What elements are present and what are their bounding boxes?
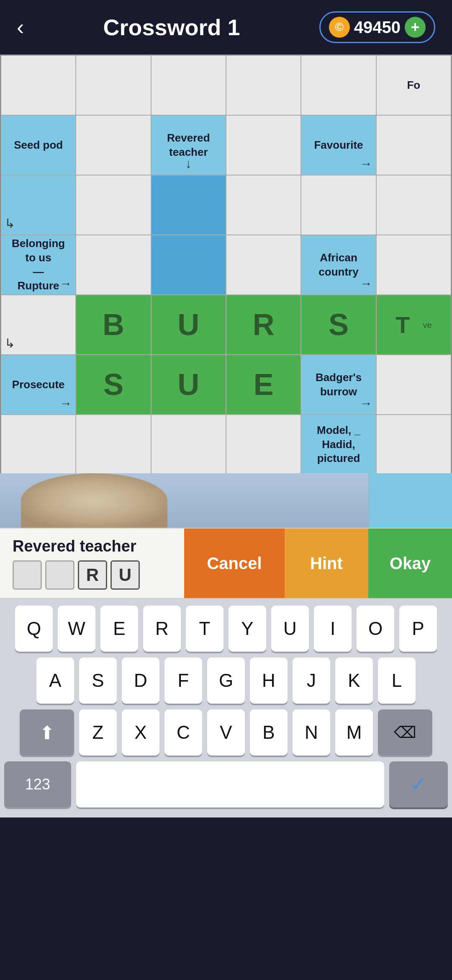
key-Q[interactable]: Q xyxy=(15,606,53,652)
space-key[interactable] xyxy=(76,761,384,807)
cell-5-4-badger[interactable]: Badger'sburrow xyxy=(301,355,376,415)
key-B[interactable]: B xyxy=(250,709,288,756)
cell-4-3-R[interactable]: R xyxy=(226,295,301,355)
model-clue: Model, _Hadid,pictured xyxy=(317,423,360,466)
cell-1-0[interactable]: Seed pod xyxy=(1,115,76,175)
answer-box-1[interactable] xyxy=(13,560,42,590)
cell-4-1-B[interactable]: B xyxy=(76,295,151,355)
clue-text-area: Revered teacher R U xyxy=(0,529,184,598)
key-O[interactable]: O xyxy=(357,606,394,652)
cell-1-2-revered[interactable]: Reveredteacher xyxy=(151,115,226,175)
cell-1-4-favourite[interactable]: Favourite xyxy=(301,115,376,175)
cell-5-2-U[interactable]: U xyxy=(151,355,226,415)
key-U[interactable]: U xyxy=(271,606,309,652)
key-D[interactable]: D xyxy=(122,658,159,704)
hint-button[interactable]: Hint xyxy=(285,529,368,598)
okay-button[interactable]: Okay xyxy=(368,529,452,598)
cell-2-4[interactable] xyxy=(301,175,376,235)
page-title: Crossword 1 xyxy=(103,14,240,40)
key-I[interactable]: I xyxy=(314,606,352,652)
cell-2-1[interactable] xyxy=(76,175,151,235)
backspace-key[interactable]: ⌫ xyxy=(378,709,432,756)
cell-4-2-U[interactable]: U xyxy=(151,295,226,355)
favourite-clue: Favourite xyxy=(314,138,363,152)
key-C[interactable]: C xyxy=(164,709,202,756)
grid-container: Fo Seed pod Reveredteacher Favourite Bel… xyxy=(0,54,452,473)
active-clue-text: Revered teacher xyxy=(13,537,172,555)
image-strip xyxy=(0,473,452,528)
cell-6-4-model[interactable]: Model, _Hadid,pictured xyxy=(301,415,376,473)
badger-clue: Badger'sburrow xyxy=(316,371,362,399)
key-J[interactable]: J xyxy=(293,658,330,704)
key-P[interactable]: P xyxy=(399,606,437,652)
key-L[interactable]: L xyxy=(378,658,416,704)
back-button[interactable]: ‹ xyxy=(17,15,24,40)
key-Z[interactable]: Z xyxy=(79,709,117,756)
done-key[interactable]: ✓ xyxy=(389,761,448,807)
key-K[interactable]: K xyxy=(335,658,373,704)
model-clue-side xyxy=(368,473,452,528)
cell-3-4-african[interactable]: Africancountry xyxy=(301,235,376,295)
cell-4-0[interactable] xyxy=(1,295,76,355)
key-H[interactable]: H xyxy=(250,658,288,704)
answer-box-2[interactable] xyxy=(45,560,74,590)
cell-1-3[interactable] xyxy=(226,115,301,175)
keyboard-row-1: Q W E R T Y U I O P xyxy=(4,606,448,652)
key-V[interactable]: V xyxy=(207,709,245,756)
cell-3-1[interactable] xyxy=(76,235,151,295)
prosecute-clue: Prosecute xyxy=(12,378,65,392)
cell-4-5-T[interactable]: T ve xyxy=(376,295,451,355)
key-X[interactable]: X xyxy=(122,709,159,756)
add-coins-button[interactable]: + xyxy=(405,17,426,38)
cell-2-3[interactable] xyxy=(226,175,301,235)
key-A[interactable]: A xyxy=(36,658,74,704)
key-F[interactable]: F xyxy=(164,658,202,704)
key-R[interactable]: R xyxy=(143,606,181,652)
cell-0-5[interactable]: Fo xyxy=(376,55,451,115)
key-G[interactable]: G xyxy=(207,658,245,704)
key-S[interactable]: S xyxy=(79,658,117,704)
cell-5-1-S[interactable]: S xyxy=(76,355,151,415)
keyboard-row-bottom: 123 ✓ xyxy=(4,761,448,807)
cell-5-5[interactable] xyxy=(376,355,451,415)
cell-1-1[interactable] xyxy=(76,115,151,175)
checkmark-icon: ✓ xyxy=(410,772,427,797)
cell-5-3-E[interactable]: E xyxy=(226,355,301,415)
cell-0-5-text: Fo xyxy=(407,78,420,93)
cell-3-2[interactable] xyxy=(151,235,226,295)
key-T[interactable]: T xyxy=(186,606,223,652)
cell-1-5[interactable] xyxy=(376,115,451,175)
cell-0-3[interactable] xyxy=(226,55,301,115)
coin-badge: © 49450 + xyxy=(319,11,435,43)
cell-6-2[interactable] xyxy=(151,415,226,473)
cell-6-3[interactable] xyxy=(226,415,301,473)
key-Y[interactable]: Y xyxy=(229,606,266,652)
cell-6-0[interactable] xyxy=(1,415,76,473)
answer-box-4[interactable]: U xyxy=(110,560,140,590)
answer-boxes: R U xyxy=(13,560,172,590)
cell-6-1[interactable] xyxy=(76,415,151,473)
seed-pod-clue: Seed pod xyxy=(14,138,63,152)
cell-0-1[interactable] xyxy=(76,55,151,115)
cell-2-5[interactable] xyxy=(376,175,451,235)
shift-key[interactable]: ⬆ xyxy=(20,709,74,756)
cell-2-0[interactable] xyxy=(1,175,76,235)
cell-3-5[interactable] xyxy=(376,235,451,295)
key-N[interactable]: N xyxy=(293,709,330,756)
cell-5-0-prosecute[interactable]: Prosecute xyxy=(1,355,76,415)
answer-box-3[interactable]: R xyxy=(78,560,107,590)
cell-3-3[interactable] xyxy=(226,235,301,295)
cell-0-2[interactable] xyxy=(151,55,226,115)
cell-6-5[interactable] xyxy=(376,415,451,473)
top-bar: ‹ Crossword 1 © 49450 + xyxy=(0,0,452,54)
key-W[interactable]: W xyxy=(58,606,95,652)
cancel-button[interactable]: Cancel xyxy=(184,529,285,598)
numbers-key[interactable]: 123 xyxy=(4,761,71,807)
cell-0-0[interactable] xyxy=(1,55,76,115)
key-E[interactable]: E xyxy=(100,606,138,652)
cell-0-4[interactable] xyxy=(301,55,376,115)
cell-3-0-belonging[interactable]: Belongingto us—Rupture xyxy=(1,235,76,295)
key-M[interactable]: M xyxy=(335,709,373,756)
cell-2-2[interactable] xyxy=(151,175,226,235)
cell-4-4-S[interactable]: S xyxy=(301,295,376,355)
